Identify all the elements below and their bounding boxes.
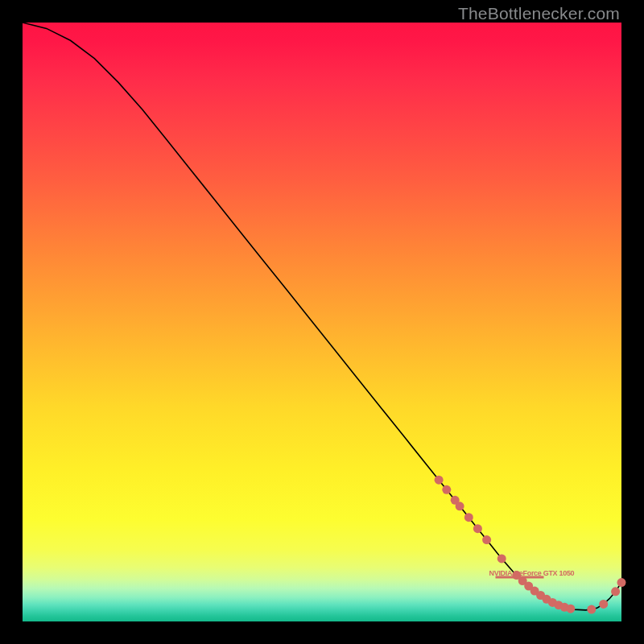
marker-dot [617, 578, 626, 587]
marker-dot [482, 535, 491, 544]
marker-dot [548, 598, 557, 607]
marker-dot [464, 513, 473, 522]
marker-dot [566, 605, 575, 613]
marker-dot [611, 587, 620, 596]
marker-dot [599, 600, 608, 609]
marker-dot [530, 587, 539, 596]
marker-dot [497, 554, 506, 563]
plot-area: NVIDIA GeForce GTX 1050 [23, 23, 621, 621]
marker-dot [587, 605, 596, 614]
marker-dot [473, 524, 482, 533]
marker-dot [554, 601, 563, 609]
marker-dot [543, 595, 551, 604]
marker-dot [524, 582, 533, 591]
bottleneck-curve [23, 23, 621, 621]
marker-dot [518, 576, 527, 585]
watermark-text: TheBottlenecker.com [458, 4, 620, 23]
marker-dot [512, 571, 521, 580]
series-label: NVIDIA GeForce GTX 1050 [489, 569, 575, 577]
marker-dot [536, 591, 545, 600]
marker-dot [560, 603, 569, 612]
marker-dot [442, 485, 451, 494]
chart-container: TheBottlenecker.com NVIDIA GeForce GTX 1… [0, 0, 644, 644]
marker-dot [435, 476, 444, 485]
marker-dot [451, 496, 460, 505]
marker-dot [456, 502, 464, 510]
